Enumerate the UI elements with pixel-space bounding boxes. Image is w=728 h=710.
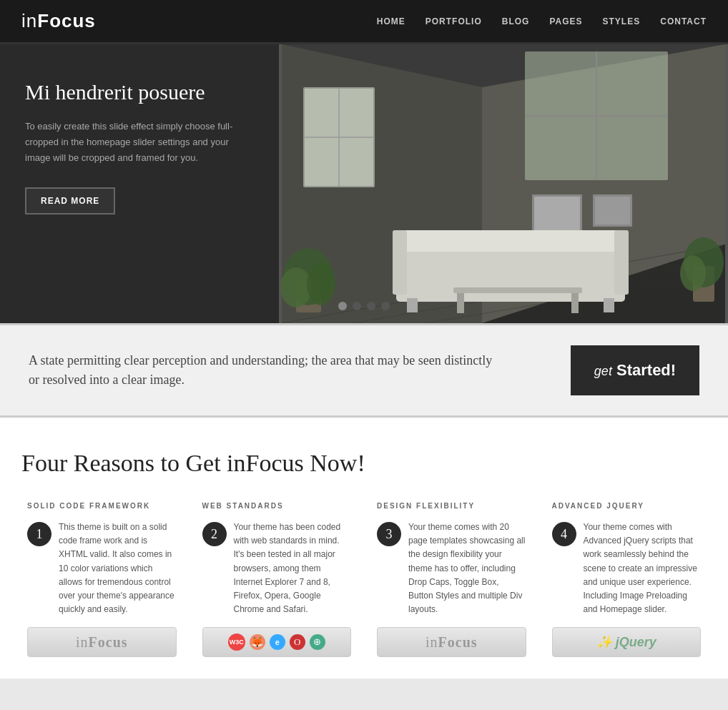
ie-icon: e	[270, 634, 285, 650]
nav-blog[interactable]: BLOG	[502, 16, 530, 26]
feature-body-3: 3 Your theme comes with 20 page template…	[377, 521, 526, 616]
hero-title: Mi hendrerit posuere	[25, 80, 254, 104]
svg-rect-17	[595, 197, 630, 225]
svg-rect-24	[453, 287, 582, 293]
cta-strip: A state permitting clear perception and …	[0, 323, 728, 418]
feature-number-1: 1	[27, 522, 51, 546]
feature-logo-bar-3: inFocus	[377, 627, 526, 657]
feature-number-4: 4	[552, 522, 576, 546]
w3c-icon: W3C	[228, 633, 245, 651]
feature-label-2: WEB STANDARDS	[202, 502, 352, 510]
cta-text: A state permitting clear perception and …	[29, 351, 501, 390]
feature-logo-bar-1: inFocus	[27, 627, 177, 657]
chrome-icon: ⊕	[310, 634, 325, 650]
hero-text-panel: Mi hendrerit posuere To easily create th…	[0, 44, 279, 323]
hero-image	[279, 44, 728, 323]
site-header: inFocus HOME PORTFOLIO BLOG PAGES STYLES…	[0, 0, 728, 44]
nav-portfolio[interactable]: PORTFOLIO	[426, 16, 482, 26]
feature-infocus-logo-3: inFocus	[426, 634, 478, 651]
slider-dot-1[interactable]	[338, 302, 347, 310]
slider-dots	[338, 302, 390, 310]
features-grid: SOLID CODE FRAMEWORK 1 This theme is bui…	[21, 502, 707, 657]
opera-icon: O	[290, 634, 305, 650]
feature-text-1: This theme is built on a solid code fram…	[59, 521, 177, 616]
svg-rect-20	[393, 230, 407, 295]
nav-pages[interactable]: PAGES	[549, 16, 582, 26]
feature-logo-bar-2: W3C 🦊 e O ⊕	[202, 627, 352, 657]
slider-dot-2[interactable]	[353, 302, 361, 310]
nav-contact[interactable]: CONTACT	[660, 16, 707, 26]
svg-rect-19	[396, 230, 625, 252]
feature-col-4: ADVANCED JQUERY 4 Your theme comes with …	[546, 502, 707, 657]
feature-number-2: 2	[202, 522, 227, 546]
feature-col-3: DESIGN FLEXIBILITY 3 Your theme comes wi…	[371, 502, 532, 657]
get-started-button[interactable]: get Started!	[571, 345, 699, 395]
main-nav: HOME PORTFOLIO BLOG PAGES STYLES CONTACT	[377, 16, 707, 26]
feature-text-4: Your theme comes with Advanced jQuery sc…	[584, 521, 702, 616]
jquery-logo: ✨ jQuery	[596, 634, 656, 650]
feature-body-2: 2 Your theme has been coded with web sta…	[202, 521, 352, 616]
feature-col-2: WEB STANDARDS 2 Your theme has been code…	[197, 502, 358, 657]
svg-rect-22	[407, 298, 418, 312]
svg-rect-21	[614, 230, 629, 295]
site-logo: inFocus	[21, 10, 96, 32]
feature-infocus-logo-1: inFocus	[76, 634, 128, 651]
firefox-icon: 🦊	[250, 634, 265, 650]
read-more-button[interactable]: READ MORE	[25, 187, 115, 215]
slider-dot-3[interactable]	[367, 302, 375, 310]
feature-logo-bar-4: ✨ jQuery	[552, 627, 702, 657]
feature-number-3: 3	[377, 522, 401, 546]
svg-point-33	[680, 255, 706, 291]
hero-slider: Mi hendrerit posuere To easily create th…	[0, 44, 728, 323]
svg-rect-25	[457, 293, 464, 313]
nav-styles[interactable]: STYLES	[603, 16, 641, 26]
slider-dot-4[interactable]	[381, 302, 390, 310]
feature-col-1: SOLID CODE FRAMEWORK 1 This theme is bui…	[21, 502, 182, 657]
feature-label-3: DESIGN FLEXIBILITY	[377, 502, 526, 510]
feature-text-3: Your theme comes with 20 page templates …	[408, 521, 526, 616]
svg-rect-23	[604, 298, 614, 312]
feature-body-4: 4 Your theme comes with Advanced jQuery …	[552, 521, 702, 616]
feature-text-2: Your theme has been coded with web stand…	[234, 521, 352, 616]
browser-icons: W3C 🦊 e O ⊕	[228, 633, 325, 651]
hero-description: To easily create this slide effect simpl…	[25, 119, 254, 166]
feature-label-1: SOLID CODE FRAMEWORK	[27, 502, 177, 510]
features-section: Four Reasons to Get inFocus Now! SOLID C…	[0, 418, 728, 679]
nav-home[interactable]: HOME	[377, 16, 405, 26]
svg-rect-26	[571, 293, 579, 313]
feature-label-4: ADVANCED JQUERY	[552, 502, 702, 510]
svg-point-30	[307, 262, 335, 305]
feature-body-1: 1 This theme is built on a solid code fr…	[27, 521, 177, 616]
svg-rect-15	[534, 197, 580, 232]
features-title: Four Reasons to Get inFocus Now!	[21, 450, 707, 477]
